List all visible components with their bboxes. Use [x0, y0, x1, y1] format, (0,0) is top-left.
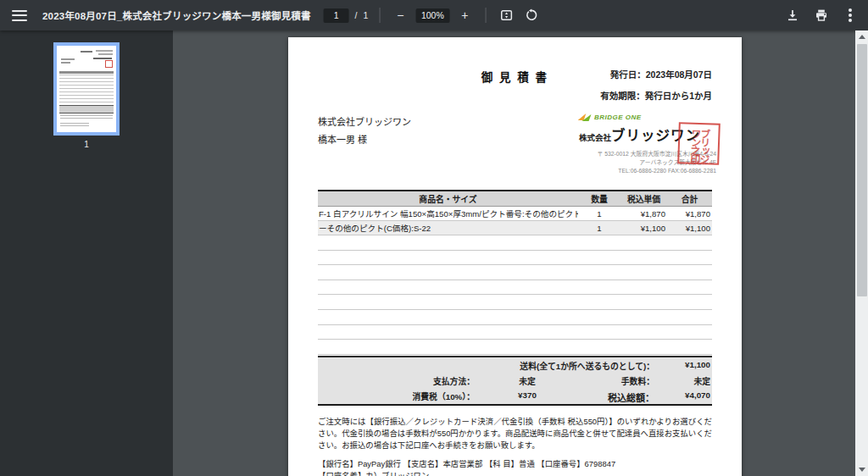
tax-row: 消費税（10%）： ¥370 税込総額： ¥4,070 — [318, 388, 712, 403]
scroll-down-arrow[interactable] — [855, 463, 868, 476]
shipping-row: 送料(全て1か所へ送るものとして)： ¥1,100 — [318, 357, 712, 373]
tax-label: 消費税（10%）： — [413, 390, 476, 402]
zoom-level-input[interactable]: 100% — [415, 8, 449, 23]
page-number-input[interactable]: 1 — [324, 8, 349, 23]
rotate-ccw-icon — [524, 8, 537, 22]
table-row: ーその他のピクト(C価格):S-22 1 ¥1,100 ¥1,100 — [318, 221, 712, 235]
thumbnail-preview — [81, 51, 92, 53]
shipping-label: 送料(全て1か所へ送るものとして)： — [520, 360, 654, 372]
table-header-row: 商品名・サイズ 数量 税込単価 合計 — [318, 190, 712, 207]
bank-account-info: 【銀行名】PayPay銀行 【支店名】本店営業部 【科 目】普通 【口座番号】6… — [318, 458, 712, 476]
toolbar-center-controls: 1 / 1 − 100% + — [324, 0, 541, 30]
logo-mountain-icon — [579, 113, 591, 121]
pdf-viewer-area[interactable]: 御 見 積 書 発行日：2023年08月07日 有効期限：発行日から1か月 株式… — [173, 30, 855, 476]
empty-table-row — [318, 325, 712, 340]
toolbar-divider — [485, 8, 486, 23]
empty-table-row — [318, 265, 712, 280]
col-header-name: 商品名・サイズ — [318, 193, 578, 205]
kebab-menu-icon — [849, 14, 852, 17]
thumbnail-stamp-mark — [105, 60, 113, 68]
down-arrow-icon — [859, 468, 865, 472]
fit-to-page-icon — [499, 8, 513, 22]
empty-table-row — [318, 235, 712, 251]
page-thumbnail[interactable]: 1 — [53, 42, 120, 149]
bank-line-1: 【銀行名】PayPay銀行 【支店名】本店営業部 【科 目】普通 【口座番号】6… — [318, 458, 712, 470]
zoom-out-button[interactable]: − — [391, 6, 409, 25]
tax-value: ¥370 — [476, 390, 578, 400]
issue-date: 発行日：2023年08月07日 — [610, 68, 712, 80]
payment-method-label: 支払方法： — [433, 375, 475, 387]
col-header-total: 合計 — [667, 193, 712, 205]
logo-text: BRIDGE ONE — [594, 113, 642, 121]
print-button[interactable] — [812, 6, 831, 25]
bank-line-2: 【口座名義】カ）ブリッジワン — [318, 470, 712, 476]
rotate-button[interactable] — [521, 6, 540, 25]
fee-value: 未定 — [693, 375, 710, 387]
empty-table-row — [318, 280, 712, 296]
col-header-qty: 数量 — [578, 193, 620, 205]
vertical-scrollbar[interactable] — [855, 30, 868, 476]
page-thumbnail-preview — [53, 42, 120, 136]
fit-to-page-button[interactable] — [497, 6, 515, 25]
shipping-value: ¥1,100 — [685, 360, 710, 369]
totals-section: 送料(全て1か所へ送るものとして)： ¥1,100 支払方法： 未定 手数料： … — [318, 356, 712, 406]
grand-total-label: 税込総額： — [608, 390, 654, 404]
company-seal-stamp: ブリッジワン之印 — [677, 122, 721, 165]
thumbnail-page-number: 1 — [53, 140, 120, 149]
toolbar-divider — [379, 8, 380, 23]
scrollbar-thumb[interactable] — [857, 44, 867, 296]
print-icon — [815, 8, 828, 22]
document-title: 2023年08月07日_株式会社ブリッジワン橋本一男様御見積書 — [42, 8, 311, 22]
payment-notes: ご注文時には【銀行振込／クレジットカード決済／代金引換（手数料 税込550円）】… — [318, 416, 712, 451]
empty-table-row — [318, 310, 712, 325]
up-arrow-icon — [859, 35, 865, 39]
more-options-button[interactable] — [841, 6, 860, 25]
page-total: 1 — [363, 10, 368, 20]
empty-table-row — [318, 251, 712, 266]
vendor-logo: BRIDGE ONE — [579, 112, 716, 123]
recipient-company: 株式会社ブリッジワン — [318, 114, 411, 128]
page-separator: / — [355, 10, 358, 20]
download-button[interactable] — [783, 6, 802, 25]
grand-total-value: ¥4,070 — [685, 390, 710, 400]
empty-table-row — [318, 340, 712, 355]
thumbnail-sidebar: 1 — [0, 30, 173, 476]
zoom-in-button[interactable]: + — [455, 6, 474, 25]
scroll-up-arrow[interactable] — [855, 30, 868, 43]
items-table: 商品名・サイズ 数量 税込単価 合計 F-1 白アクリルサイン 幅150×高15… — [318, 190, 712, 355]
col-header-unit-price: 税込単価 — [620, 193, 667, 205]
validity-period: 有効期限：発行日から1か月 — [600, 89, 712, 102]
payment-method-value: 未定 — [476, 375, 578, 387]
menu-icon[interactable] — [12, 10, 27, 21]
pdf-page: 御 見 積 書 発行日：2023年08月07日 有効期限：発行日から1か月 株式… — [288, 37, 742, 476]
payment-row: 支払方法： 未定 手数料： 未定 — [318, 373, 712, 388]
empty-table-row — [318, 295, 712, 310]
pdf-toolbar: 2023年08月07日_株式会社ブリッジワン橋本一男様御見積書 1 / 1 − … — [0, 0, 868, 30]
recipient-person: 橋本一男 様 — [318, 132, 367, 146]
table-row: F-1 白アクリルサイン 幅150×高150×厚3mm/ピクト番号:その他のピク… — [318, 207, 712, 221]
fee-label: 手数料： — [621, 375, 654, 387]
download-icon — [786, 8, 799, 22]
toolbar-right-controls — [783, 0, 860, 30]
vendor-block: BRIDGE ONE 株式会社ブリッジワン 〒 532-0012 大阪府大阪市淀… — [574, 112, 716, 175]
